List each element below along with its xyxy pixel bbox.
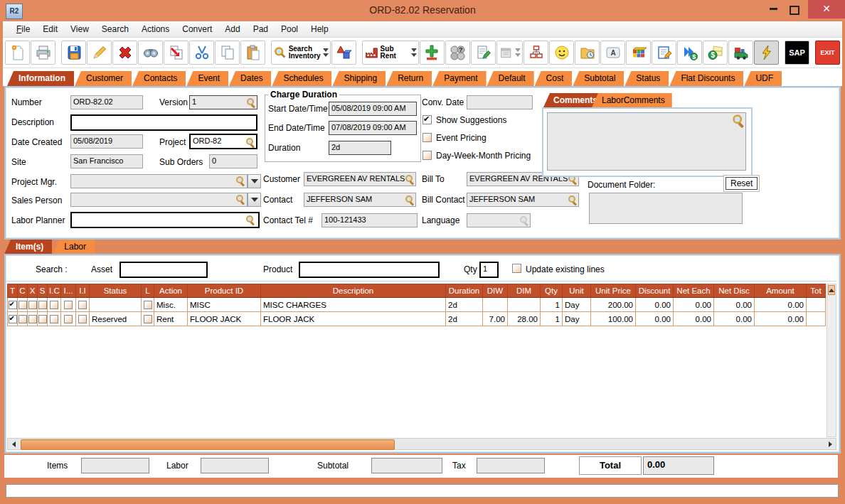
labor-planner-field[interactable]	[70, 212, 260, 228]
notes-button[interactable]	[471, 41, 496, 65]
cell-action[interactable]: Rent	[154, 312, 188, 326]
copy-button[interactable]	[215, 41, 240, 65]
cell-product-id[interactable]: MISC	[188, 298, 261, 312]
customer-field[interactable]: EVERGREEN AV RENTALS	[304, 172, 416, 186]
col-diw[interactable]: DIW	[483, 284, 508, 298]
cell-unit[interactable]: Day	[563, 298, 591, 312]
money-notes-button[interactable]: $	[703, 41, 728, 65]
col-s[interactable]: S	[38, 284, 48, 298]
cell-net-disc[interactable]: 0.00	[714, 312, 755, 326]
sales-person-dropdown[interactable]	[248, 193, 261, 207]
version-field[interactable]: 1	[189, 95, 257, 109]
sales-person-field[interactable]	[70, 193, 248, 207]
cell-diw[interactable]	[483, 298, 508, 312]
menu-search[interactable]: Search	[95, 22, 135, 36]
col-duration[interactable]: Duration	[446, 284, 483, 298]
s-checkbox[interactable]	[38, 315, 47, 323]
delivery-truck-button[interactable]	[728, 41, 753, 65]
menu-view[interactable]: View	[64, 22, 95, 36]
project-mgr-dropdown[interactable]	[248, 174, 261, 188]
asset-input[interactable]	[119, 262, 208, 278]
cell-tot[interactable]	[807, 312, 826, 326]
menu-add[interactable]: Add	[218, 22, 246, 36]
tab-information[interactable]: Information	[7, 71, 74, 86]
ic-checkbox[interactable]	[50, 315, 58, 323]
new-document-button[interactable]	[5, 41, 30, 65]
col-qty[interactable]: Qty	[541, 284, 563, 298]
tab-status[interactable]: Status	[625, 71, 669, 86]
qty-input[interactable]: 1	[479, 262, 499, 278]
cell-discount[interactable]: 0.00	[636, 298, 674, 312]
col-c[interactable]: C	[18, 284, 28, 298]
tab-udf[interactable]: UDF	[744, 71, 782, 86]
col-action[interactable]: Action	[154, 284, 188, 298]
menu-pool[interactable]: Pool	[275, 22, 304, 36]
dropdown-arrows-icon[interactable]	[323, 48, 329, 57]
menu-pad[interactable]: Pad	[247, 22, 275, 36]
ii-checkbox[interactable]	[78, 301, 87, 309]
col-product-id[interactable]: Product ID	[188, 284, 261, 298]
c-checkbox[interactable]	[18, 315, 27, 323]
tab-flat-discounts[interactable]: Flat Discounts	[669, 71, 743, 86]
project-mgr-field[interactable]	[70, 174, 248, 188]
cell-unit-price[interactable]: 100.00	[591, 312, 636, 326]
cell-diw[interactable]: 7.00	[483, 312, 508, 326]
tab-shipping[interactable]: Shipping	[332, 71, 386, 86]
t-checkbox[interactable]	[9, 315, 17, 323]
duration-field[interactable]: 2d	[329, 141, 391, 155]
col-unit[interactable]: Unit	[563, 284, 591, 298]
menu-file[interactable]: File	[10, 22, 36, 36]
tab-schedules[interactable]: Schedules	[272, 71, 331, 86]
conv-date-field[interactable]	[467, 95, 533, 109]
tab-dates[interactable]: Dates	[229, 71, 271, 86]
col-ic[interactable]: I.C	[48, 284, 61, 298]
menu-actions[interactable]: Actions	[135, 22, 176, 36]
reset-button[interactable]: Reset	[726, 177, 758, 190]
save-button[interactable]	[61, 41, 86, 65]
end-datetime-field[interactable]: 07/08/2019 09:00 AM	[329, 121, 417, 135]
cell-dim[interactable]	[508, 298, 541, 312]
print-button[interactable]	[31, 41, 55, 65]
scroll-up-icon[interactable]	[828, 285, 835, 295]
delete-button[interactable]	[112, 41, 137, 65]
show-suggestions-checkbox[interactable]	[422, 115, 432, 124]
contact-search-icon[interactable]	[405, 195, 414, 204]
contact-field[interactable]: JEFFERSON SAM	[304, 193, 416, 207]
cell-unit[interactable]: Day	[563, 312, 591, 326]
close-button[interactable]: ✕	[808, 0, 845, 18]
tab-payment[interactable]: Payment	[432, 71, 486, 86]
cell-amount[interactable]: 0.00	[755, 312, 807, 326]
day-week-month-pricing-checkbox[interactable]	[422, 151, 432, 160]
customer-search-icon[interactable]	[405, 175, 414, 183]
language-field[interactable]	[467, 213, 531, 227]
copy-to-order-button[interactable]	[164, 41, 188, 65]
exit-button[interactable]: EXIT	[815, 41, 840, 65]
cell-qty[interactable]: 1	[541, 298, 563, 312]
tab-items[interactable]: Item(s)	[4, 240, 52, 254]
cell-unit-price[interactable]: 200.00	[591, 298, 636, 312]
query-spheres-button[interactable]: ?	[445, 41, 470, 65]
sub-rent-button[interactable]: Sub Rent	[362, 41, 419, 65]
comments-textarea[interactable]	[547, 112, 746, 171]
scrollbar-thumb[interactable]	[21, 439, 395, 450]
tab-customer[interactable]: Customer	[75, 71, 132, 86]
document-folder-button[interactable]	[575, 41, 600, 65]
tab-return[interactable]: Return	[386, 71, 432, 86]
tab-labor-comments[interactable]: LaborComments	[592, 93, 672, 107]
col-ii[interactable]: I.I	[76, 284, 90, 298]
cell-net-each[interactable]: 0.00	[674, 312, 714, 326]
site-field[interactable]: San Francisco	[70, 154, 143, 168]
cell-net-disc[interactable]: 0.00	[714, 298, 755, 312]
col-amount[interactable]: Amount	[755, 284, 807, 298]
cell-product-id[interactable]: FLOOR JACK	[188, 312, 261, 326]
t-checkbox[interactable]	[9, 301, 17, 309]
labor-planner-search-icon[interactable]	[246, 215, 255, 224]
tab-cost[interactable]: Cost	[535, 71, 573, 86]
search-inventory-button[interactable]: Search Inventory	[271, 41, 331, 65]
col-net-each[interactable]: Net Each	[674, 284, 714, 298]
tab-contacts[interactable]: Contacts	[132, 71, 186, 86]
col-description[interactable]: Description	[261, 284, 446, 298]
bill-contact-field[interactable]: JEFFERSON SAM	[467, 193, 579, 207]
l-checkbox[interactable]	[144, 301, 152, 309]
money-transfer-button[interactable]: $	[677, 41, 702, 65]
